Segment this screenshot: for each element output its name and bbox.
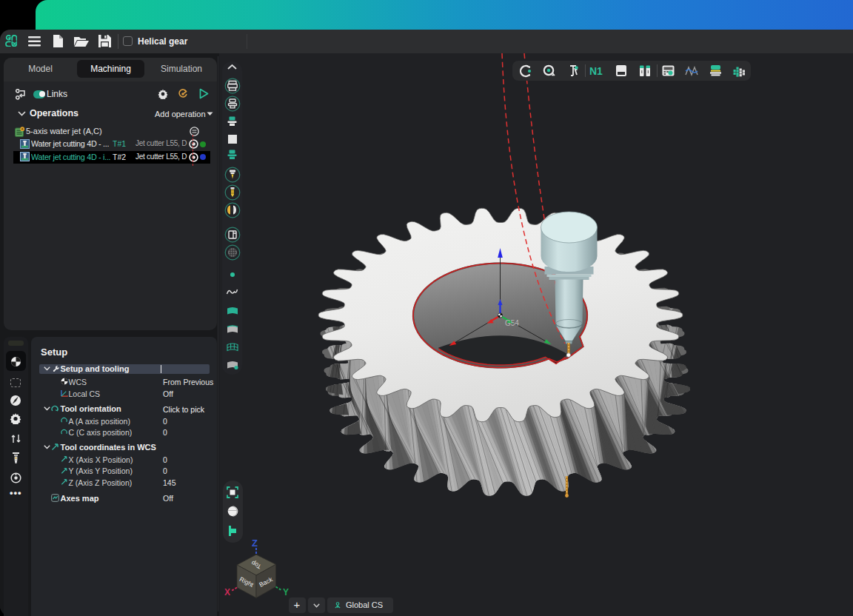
svg-text:N1: N1 [589, 66, 603, 76]
svg-text:Z: Z [252, 538, 258, 549]
svg-text:Y: Y [283, 587, 289, 597]
svg-text:X: X [224, 587, 230, 597]
svg-text:G54: G54 [505, 319, 519, 327]
